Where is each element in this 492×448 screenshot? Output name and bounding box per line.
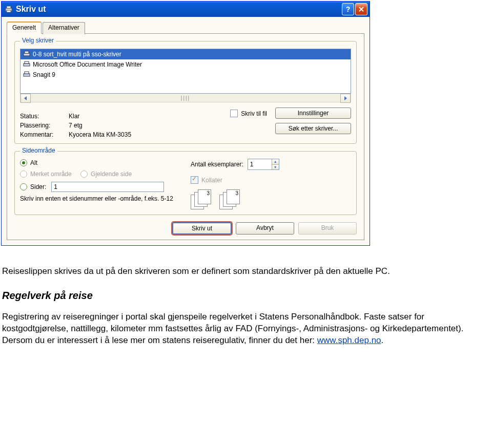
printer-icon: [23, 71, 31, 79]
svg-rect-7: [24, 74, 30, 76]
comment-value: Kyocera Mita KM-3035: [69, 131, 225, 138]
collate-illustration: 1 2 3 1 2 3: [191, 189, 238, 208]
radio-selection-label: Merket område: [30, 170, 72, 178]
svg-rect-6: [25, 61, 29, 63]
printer-label: Microsoft Office Document Image Writer: [33, 61, 142, 68]
window-title: Skriv ut: [16, 5, 342, 14]
print-to-file-checkbox[interactable]: Skriv til fil: [230, 110, 267, 117]
svg-rect-4: [25, 51, 29, 53]
paragraph-text: .: [381, 335, 384, 345]
location-label: Plassering:: [20, 122, 69, 129]
radio-pages[interactable]: Sider:: [20, 183, 46, 190]
svg-rect-8: [25, 72, 29, 74]
paragraph-text: Registrering av reiseregninger i portal …: [2, 312, 463, 345]
printer-item[interactable]: Snagit 9: [20, 70, 351, 80]
document-body: Reiseslippen skrives da ut på den skrive…: [0, 246, 489, 347]
collate-label: Kollater: [201, 177, 222, 184]
svg-rect-1: [7, 6, 11, 8]
printer-label: 0-8 sort_hvit multi på sso-skriver: [33, 51, 121, 58]
spin-down-icon[interactable]: ▼: [272, 165, 279, 170]
svg-rect-2: [7, 10, 11, 12]
close-button[interactable]: [355, 3, 367, 15]
radio-all[interactable]: Alt: [20, 159, 37, 166]
tab-general[interactable]: Generelt: [7, 22, 42, 34]
location-value: 7 etg: [69, 122, 225, 129]
scroll-right-button[interactable]: [340, 94, 351, 103]
printer-icon: [23, 60, 31, 69]
printer-list[interactable]: 0-8 sort_hvit multi på sso-skriver Micro…: [20, 49, 351, 94]
print-to-file-label: Skriv til fil: [241, 110, 267, 117]
paragraph: Registrering av reiseregninger i portal …: [2, 311, 479, 347]
paragraph: Reiseslippen skrives da ut på den skrive…: [2, 266, 479, 278]
collate-checkbox: Kollater: [191, 176, 222, 184]
printer-item[interactable]: Microsoft Office Document Image Writer: [20, 59, 351, 70]
help-button[interactable]: ?: [342, 3, 354, 15]
printer-title-icon: [5, 5, 13, 13]
radio-current-page: Gjeldende side: [80, 170, 132, 178]
status-label: Status:: [20, 113, 69, 120]
radio-current-page-label: Gjeldende side: [91, 170, 132, 178]
copies-input[interactable]: [248, 159, 272, 169]
printer-list-scrollbar[interactable]: ||||: [20, 94, 351, 102]
scroll-track[interactable]: ||||: [31, 94, 340, 102]
status-value: Klar: [69, 113, 225, 120]
copies-spinner[interactable]: ▲ ▼: [248, 159, 279, 170]
pages-input[interactable]: [51, 182, 164, 192]
pages-hint: Skriv inn enten et sidenummer eller -omr…: [20, 195, 174, 202]
radio-selection: Merket område: [20, 170, 72, 178]
printer-label: Snagit 9: [33, 71, 55, 78]
section-heading: Regelverk på reise: [2, 289, 479, 303]
scroll-left-button[interactable]: [20, 94, 31, 103]
svg-rect-5: [24, 63, 30, 66]
page-range-group: Sideområde Alt: [14, 151, 357, 215]
print-button[interactable]: Skriv ut: [172, 222, 232, 234]
titlebar[interactable]: Skriv ut ?: [2, 2, 370, 17]
copies-label: Antall eksemplarer:: [191, 161, 243, 168]
printer-group-title: Velg skriver: [20, 37, 56, 44]
radio-all-label: Alt: [30, 159, 37, 166]
collate-page-icon: 3: [198, 189, 211, 204]
tab-panel-general: Velg skriver 0-8 sort_hvit multi på sso-…: [7, 33, 364, 240]
collate-page-icon: 3: [227, 189, 240, 204]
printer-icon: [23, 50, 31, 58]
svg-rect-3: [24, 53, 30, 56]
tab-alternatives[interactable]: Alternativer: [43, 22, 85, 34]
print-dialog: Skriv ut ? Generelt Alternativer Velg sk…: [1, 1, 370, 246]
printer-group: Velg skriver 0-8 sort_hvit multi på sso-…: [14, 41, 357, 144]
comment-label: Kommentar:: [20, 131, 69, 138]
spin-up-icon[interactable]: ▲: [272, 159, 279, 165]
regulation-link[interactable]: www.sph.dep.no: [317, 335, 381, 345]
printer-item[interactable]: 0-8 sort_hvit multi på sso-skriver: [20, 49, 351, 59]
apply-button: Bruk: [298, 222, 357, 234]
radio-pages-label: Sider:: [30, 183, 46, 190]
page-range-title: Sideområde: [20, 147, 57, 154]
find-printer-button[interactable]: Søk etter skriver...: [275, 123, 351, 134]
cancel-button[interactable]: Avbryt: [236, 222, 294, 234]
settings-button[interactable]: Innstillinger: [275, 108, 351, 119]
